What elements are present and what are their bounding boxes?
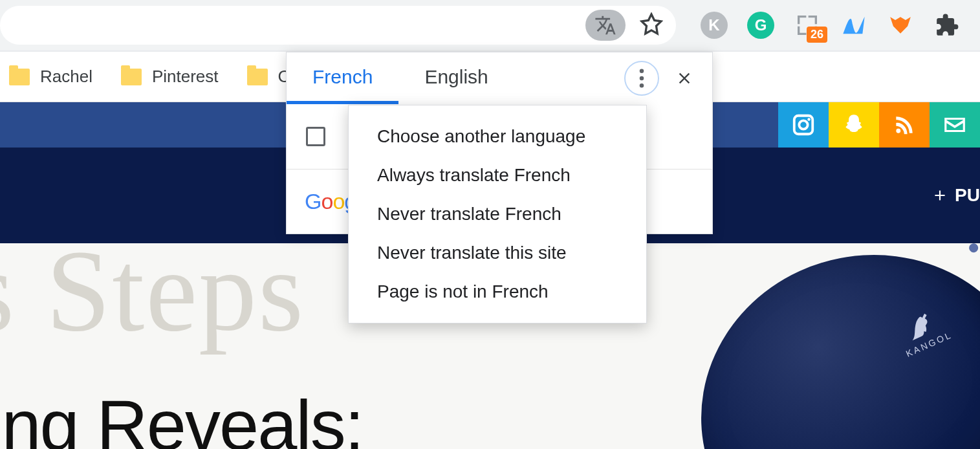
translate-tab-source[interactable]: French [287, 52, 398, 104]
menu-page-not-in-lang[interactable]: Page is not in French [349, 272, 646, 311]
menu-choose-language[interactable]: Choose another language [349, 117, 646, 156]
bookmark-label: Pinterest [152, 67, 219, 87]
translate-popup-header: French English [287, 52, 712, 104]
folder-icon [247, 69, 268, 85]
translate-options-menu: Choose another language Always translate… [348, 105, 647, 323]
folder-icon [9, 69, 30, 85]
translate-icon-button[interactable] [585, 10, 626, 41]
extensions-menu-button[interactable] [933, 12, 961, 39]
bookmark-folder-pinterest[interactable]: Pinterest [121, 67, 219, 87]
checkbox-icon[interactable] [306, 127, 325, 146]
translate-options-button[interactable] [624, 61, 659, 96]
mail-icon [942, 113, 967, 137]
menu-never-translate-site[interactable]: Never translate this site [349, 234, 646, 272]
social-row [778, 102, 980, 148]
cap-brand: KANGOL [892, 303, 953, 359]
hero-image-cap: KANGOL [668, 243, 980, 449]
tab-label: French [312, 66, 373, 88]
menu-never-translate-lang[interactable]: Never translate French [349, 195, 646, 234]
menu-always-translate[interactable]: Always translate French [349, 156, 646, 195]
omnibox[interactable] [0, 6, 676, 45]
puzzle-icon [935, 13, 959, 38]
wave-icon [841, 12, 867, 38]
tab-label: English [424, 66, 488, 88]
extension-wave[interactable] [840, 12, 867, 39]
star-icon [640, 12, 663, 36]
bookmark-folder-c[interactable]: C [247, 67, 290, 87]
social-rss[interactable] [879, 102, 930, 148]
extension-k[interactable]: K [701, 12, 728, 39]
extension-badge: 26 [807, 27, 827, 43]
social-instagram[interactable] [778, 102, 829, 148]
hero-script-text: ss Steps [0, 243, 305, 358]
plus-icon [931, 187, 948, 204]
svg-point-2 [807, 118, 810, 120]
bookmark-folder-rachel[interactable]: Rachel [9, 67, 93, 87]
rss-icon [892, 113, 917, 137]
publish-label: PU [955, 185, 980, 206]
folder-icon [121, 69, 142, 85]
translate-icon [594, 14, 616, 36]
hero-title: ing Reveals: [0, 384, 363, 449]
svg-point-3 [640, 69, 644, 74]
svg-point-1 [799, 120, 807, 129]
extension-grammarly[interactable]: G [747, 12, 774, 39]
fox-icon [887, 13, 914, 38]
extension-scraper[interactable]: 26 [794, 12, 821, 39]
instagram-icon [791, 113, 816, 137]
more-vert-icon [639, 69, 644, 88]
extensions-row: K G 26 [689, 12, 972, 39]
social-mail[interactable] [930, 102, 980, 148]
translate-tab-target[interactable]: English [398, 52, 514, 104]
svg-point-4 [640, 76, 644, 81]
snapchat-icon [842, 113, 866, 137]
translate-close-button[interactable] [671, 65, 698, 92]
bookmark-star-button[interactable] [640, 12, 663, 38]
close-icon [675, 69, 693, 87]
publish-button[interactable]: PU [931, 185, 980, 206]
extension-fox[interactable] [887, 12, 914, 39]
browser-toolbar: K G 26 [0, 0, 980, 52]
svg-point-5 [640, 83, 644, 88]
social-snapchat[interactable] [829, 102, 879, 148]
bookmark-label: Rachel [40, 67, 93, 87]
